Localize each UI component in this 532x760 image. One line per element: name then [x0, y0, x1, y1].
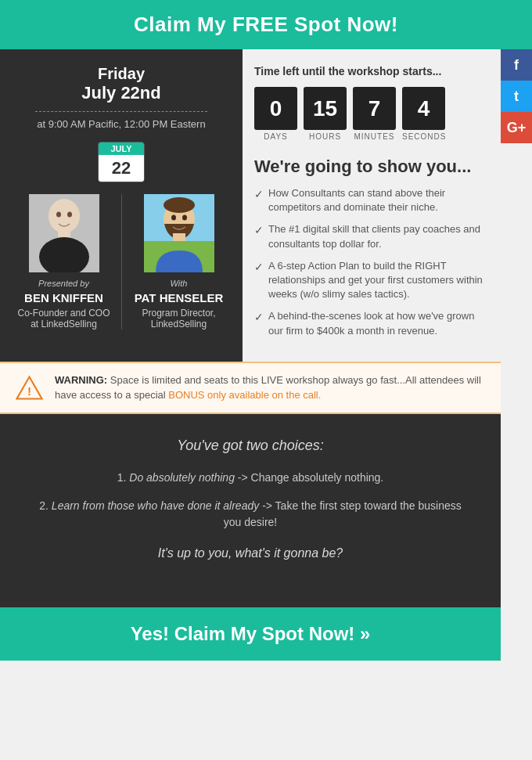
bullet-item-3: ✓ A 6-step Action Plan to build the RIGH… — [254, 259, 489, 302]
countdown-hours-label: HOURS — [304, 132, 347, 141]
countdown-title: Time left until the workshop starts... — [254, 65, 489, 77]
presenter-2-photo-img — [144, 194, 214, 272]
svg-point-10 — [164, 197, 195, 213]
arrow-down-icon — [227, 584, 274, 607]
countdown-seconds-value: 4 — [402, 87, 445, 130]
countdown-hours-value: 15 — [304, 87, 347, 130]
presenters-divider — [121, 194, 122, 330]
twitter-button[interactable]: t — [501, 81, 532, 112]
date-divider — [35, 111, 207, 112]
bullet-text-3: A 6-step Action Plan to build the RIGHT … — [268, 259, 489, 302]
presenter-2-photo — [144, 194, 214, 272]
warning-bold: WARNING: — [55, 374, 107, 386]
choice-2-italic: Learn from those who have done it alread… — [52, 499, 259, 512]
choice-2-result: Take the first step toward the business … — [224, 499, 462, 528]
presenter-2: With PAT HENSELER Program Director, Link… — [128, 194, 230, 330]
countdown-seconds-label: SECONDS — [402, 132, 446, 141]
bullet-text-2: The #1 digital skill that clients pay co… — [268, 222, 489, 250]
choice-1: 1. Do absolutely nothing -> Change absol… — [31, 470, 469, 486]
countdown-timer: 0 DAYS 15 HOURS 7 MINUTES 4 SECONDS — [254, 87, 489, 141]
calendar-month: July — [99, 142, 144, 155]
social-sidebar: f t G+ — [501, 49, 532, 143]
checkmark-1: ✓ — [254, 187, 264, 203]
presenter-1-name: BEN KNIFFEN — [13, 291, 115, 304]
warning-banner: ! WARNING: Space is limited and seats to… — [0, 362, 501, 414]
content-row: Friday July 22nd at 9:00 AM Pacific, 12:… — [0, 49, 501, 362]
header-cta-section: Claim My FREE Spot Now! — [0, 0, 532, 49]
date-header: Friday July 22nd — [12, 65, 231, 103]
checkmark-3: ✓ — [254, 260, 264, 276]
calendar-day: 22 — [99, 155, 144, 182]
countdown-days-value: 0 — [254, 87, 297, 130]
bottom-cta-button[interactable]: Yes! Claim My Spot Now! » — [131, 623, 371, 645]
svg-point-4 — [56, 212, 61, 218]
warning-text: WARNING: Space is limited and seats to t… — [55, 373, 485, 403]
checkmark-4: ✓ — [254, 310, 264, 326]
presenters-section: Presented by BEN KNIFFEN Co-Founder and … — [12, 194, 231, 330]
choice-2: 2. Learn from those who have done it alr… — [31, 498, 469, 531]
bullet-list: ✓ How Consultants can stand above their … — [254, 186, 489, 338]
main-content: f t G+ Friday July 22nd at 9:00 AM Pacif… — [0, 49, 532, 661]
googleplus-button[interactable]: G+ — [501, 112, 532, 143]
bottom-cta-section: Yes! Claim My Spot Now! » — [0, 607, 501, 661]
bullet-item-1: ✓ How Consultants can stand above their … — [254, 186, 489, 214]
svg-point-1 — [49, 199, 80, 233]
presenter-1-title: Co-Founder and COO at LinkedSelling — [13, 308, 115, 330]
arrow-down-container — [0, 584, 501, 607]
left-panel: Friday July 22nd at 9:00 AM Pacific, 12:… — [0, 49, 243, 362]
countdown-seconds: 4 SECONDS — [402, 87, 446, 141]
presenter-2-label: With — [128, 279, 230, 288]
bullet-text-1: How Consultants can stand above their co… — [268, 186, 489, 214]
choices-title: You've got two choices: — [31, 438, 469, 454]
choice-1-arrow: -> — [238, 471, 251, 484]
right-panel: Time left until the workshop starts... 0… — [243, 49, 501, 362]
bullet-item-4: ✓ A behind-the-scenes look at how we've … — [254, 309, 489, 337]
presenter-1-photo-img — [29, 194, 99, 272]
svg-point-12 — [171, 215, 176, 221]
show-you-title: We're going to show you... — [254, 157, 489, 177]
countdown-minutes: 7 MINUTES — [353, 87, 396, 141]
warning-triangle-icon: ! — [16, 374, 43, 402]
countdown-hours: 15 HOURS — [304, 87, 347, 141]
choices-section: You've got two choices: 1. Do absolutely… — [0, 414, 501, 584]
svg-point-5 — [67, 212, 72, 218]
presenter-1-label: Presented by — [13, 279, 115, 288]
presenter-1-photo — [29, 194, 99, 272]
day-name: Friday — [12, 65, 231, 83]
choice-2-arrow: -> — [262, 499, 275, 512]
presenter-2-name: PAT HENSELER — [128, 291, 230, 304]
choice-1-result: Change absolutely nothing. — [251, 471, 384, 484]
presenter-2-title: Program Director, LinkedSelling — [128, 308, 230, 330]
svg-point-13 — [182, 215, 187, 221]
calendar-icon: July 22 — [98, 142, 145, 182]
bullet-text-4: A behind-the-scenes look at how we've gr… — [268, 309, 489, 337]
header-cta-button[interactable]: Claim My FREE Spot Now! — [134, 13, 398, 37]
countdown-minutes-value: 7 — [353, 87, 396, 130]
event-date: July 22nd — [12, 83, 231, 103]
choice-1-italic: Do absolutely nothing — [129, 471, 235, 484]
countdown-days-label: DAYS — [254, 132, 297, 141]
countdown-minutes-label: MINUTES — [353, 132, 396, 141]
facebook-button[interactable]: f — [501, 49, 532, 81]
warning-link: BONUS only available on the call. — [168, 389, 321, 401]
countdown-days: 0 DAYS — [254, 87, 297, 141]
svg-rect-11 — [173, 233, 185, 241]
choices-closing: It's up to you, what's it gonna be? — [31, 546, 469, 560]
bullet-item-2: ✓ The #1 digital skill that clients pay … — [254, 222, 489, 250]
checkmark-2: ✓ — [254, 223, 264, 239]
presenter-1: Presented by BEN KNIFFEN Co-Founder and … — [13, 194, 115, 330]
event-time: at 9:00 AM Pacific, 12:00 PM Eastern — [12, 118, 231, 130]
svg-text:!: ! — [27, 384, 31, 397]
